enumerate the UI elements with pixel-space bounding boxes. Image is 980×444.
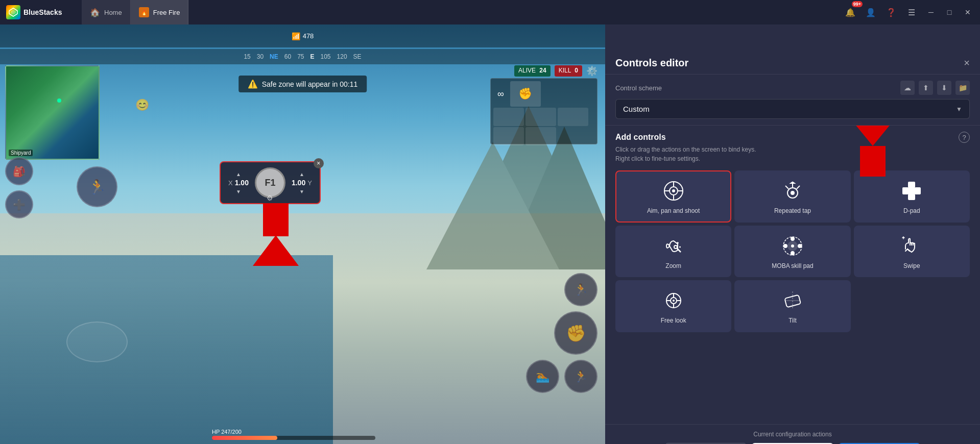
control-item-repeated-tap[interactable]: Repeated tap [734, 170, 850, 223]
svg-point-13 [791, 191, 795, 195]
moba-label: MOBA skill pad [772, 262, 813, 270]
scheme-cloud-icon[interactable]: ☁ [900, 81, 915, 95]
bluestacks-logo [6, 5, 20, 19]
hp-bar-fill [212, 436, 277, 440]
key-gear-icon[interactable]: ⚙ [267, 194, 273, 202]
control-scheme-section: Control scheme ☁ ⬆ ⬇ 📁 Custom ▼ [605, 75, 980, 126]
alive-indicator: ALIVE 24 [514, 65, 551, 77]
action-btn-prone[interactable]: 🏊 [526, 360, 559, 393]
svg-marker-1 [11, 10, 16, 15]
scheme-action-icons: ☁ ⬆ ⬇ 📁 [900, 81, 970, 95]
svg-point-19 [674, 245, 677, 249]
key-control-widget[interactable]: × X 1.00 F1 ⚙ 1.0 [220, 161, 321, 204]
aim-pan-shoot-icon [661, 179, 686, 203]
tilt-label: Tilt [788, 317, 797, 325]
y-control: 1.00 Y [292, 170, 312, 195]
action-btn-sprint[interactable]: 🏃 [564, 360, 597, 393]
maximize-button[interactable]: □ [942, 5, 957, 19]
dpad-icon [899, 179, 924, 203]
weapon-slot-4 [493, 127, 524, 145]
x-value: 1.00 [235, 179, 249, 187]
mini-map: Shipyard [5, 65, 100, 160]
medkit-button[interactable]: ➕ [5, 190, 33, 218]
swipe-icon [899, 234, 924, 258]
kill-indicator: KILL 0 [555, 65, 582, 77]
panel-close-button[interactable]: × [964, 57, 970, 69]
repeated-tap-label: Repeated tap [774, 207, 811, 215]
top-hud-bar: 📶 478 [0, 24, 605, 47]
control-item-moba[interactable]: MOBA skill pad [734, 226, 850, 278]
minimize-button[interactable]: ─ [924, 5, 938, 19]
hp-bar: HP 247/200 [212, 429, 375, 440]
aim-pan-shoot-label: Aim, pan and shoot [647, 207, 700, 215]
tilt-icon [780, 288, 805, 313]
control-item-freelook[interactable]: Free look [615, 280, 731, 332]
weapon-slot-1 [493, 108, 524, 126]
hp-label: HP 247/200 [212, 429, 375, 435]
tab-home[interactable]: 🏠 Home [82, 0, 131, 24]
panel-bottom: Current configuration actions Reset Canc… [605, 424, 980, 444]
svg-point-25 [791, 251, 795, 255]
compass-ne: NE [270, 53, 278, 60]
app-name: BlueStacks [23, 8, 62, 16]
inventory-button[interactable]: 🎒 [5, 157, 33, 185]
wifi-icon: 📶 [292, 32, 300, 40]
freelook-label: Free look [661, 317, 686, 325]
game-water [0, 255, 333, 444]
x-decrement-button[interactable] [233, 188, 244, 195]
tab-freefire[interactable]: 🔥 Free Fire [131, 0, 189, 24]
panel-title: Controls editor [615, 57, 688, 69]
scheme-selected-value: Custom [623, 105, 650, 113]
key-widget-close-button[interactable]: × [314, 158, 324, 168]
notification-count: 99+ [852, 1, 863, 7]
x-increment-button[interactable] [233, 170, 244, 178]
hud-settings-icon[interactable]: ⚙️ [586, 65, 597, 77]
menu-button[interactable]: ☰ [903, 4, 920, 20]
joystick-area[interactable] [66, 322, 128, 362]
warning-icon: ⚠️ [248, 79, 258, 89]
control-item-aim-pan-shoot[interactable]: Aim, pan and shoot [615, 170, 731, 223]
fist-icon: ✊ [510, 81, 541, 107]
action-btn-run-right[interactable]: 🏃 [564, 273, 597, 306]
svg-point-26 [783, 244, 787, 248]
compass-text: 15 [244, 53, 250, 60]
help-button[interactable]: ❓ [883, 4, 899, 20]
hud-top-right: ALIVE 24 KILL 0 ⚙️ ∞ ✊ [490, 65, 597, 144]
scheme-folder-icon[interactable]: 📁 [955, 81, 970, 95]
add-controls-header: Add controls ? [615, 132, 970, 143]
close-button[interactable]: ✕ [961, 5, 975, 19]
wifi-info: 📶 478 [292, 32, 314, 40]
profile-button[interactable]: 👤 [863, 4, 879, 20]
svg-point-30 [673, 300, 675, 302]
notifications-button[interactable]: 🔔 99+ [842, 4, 858, 20]
add-controls-help-icon[interactable]: ? [959, 132, 970, 143]
control-item-zoom[interactable]: Zoom [615, 226, 731, 278]
home-icon: 🏠 [90, 8, 100, 17]
x-label: X [228, 179, 233, 187]
config-actions-label: Current configuration actions [615, 431, 970, 438]
svg-point-24 [791, 237, 795, 241]
run-button[interactable]: 🏃 [77, 166, 117, 207]
titlebar-actions: 🔔 99+ 👤 ❓ ☰ ─ □ ✕ [837, 4, 980, 20]
x-control: X 1.00 [228, 170, 249, 195]
emote-button[interactable]: 😊 [135, 98, 149, 112]
dpad-label: D-pad [903, 207, 920, 215]
control-item-swipe[interactable]: Swipe [854, 226, 970, 278]
svg-rect-14 [908, 182, 915, 188]
add-controls-description: Click or drag the actions on the screen … [615, 145, 970, 163]
scheme-dropdown[interactable]: Custom ▼ [615, 99, 970, 119]
svg-point-27 [798, 244, 802, 248]
scheme-import-icon[interactable]: ⬆ [919, 81, 933, 95]
left-ui-buttons: 🎒 ➕ [5, 157, 33, 218]
control-item-tilt[interactable]: Tilt [734, 280, 850, 332]
key-binding-button[interactable]: F1 [255, 167, 285, 198]
punch-button[interactable]: ✊ [554, 311, 597, 355]
svg-point-23 [791, 244, 794, 248]
scheme-export-icon[interactable]: ⬇ [937, 81, 951, 95]
add-controls-title: Add controls [615, 133, 666, 142]
svg-rect-17 [915, 187, 921, 194]
y-increment-button[interactable] [297, 170, 307, 178]
swipe-label: Swipe [903, 262, 920, 270]
control-item-dpad[interactable]: D-pad [854, 170, 970, 223]
y-decrement-button[interactable] [297, 188, 307, 195]
